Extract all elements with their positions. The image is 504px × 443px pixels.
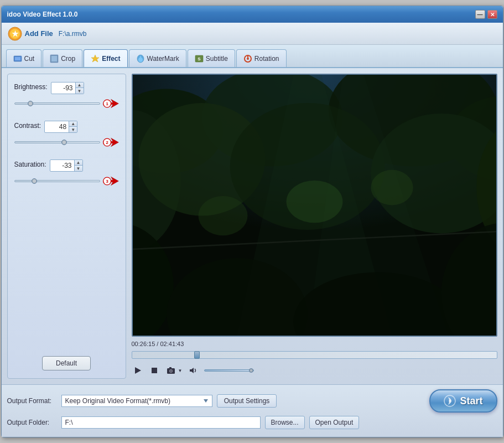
svg-marker-51 [204, 399, 208, 403]
brightness-row: Brightness: -93 ▲ ▼ [14, 82, 119, 94]
brightness-spinbox[interactable]: -93 ▲ ▼ [51, 82, 84, 94]
saturation-arrows: ▲ ▼ [74, 160, 82, 171]
contrast-arrows: ▲ ▼ [69, 121, 77, 132]
output-settings-button[interactable]: Output Settings [217, 394, 277, 408]
play-icon [134, 367, 142, 374]
output-format-box[interactable]: Keep Original Video Format(*.rmvb) [61, 395, 212, 407]
brightness-up[interactable]: ▲ [76, 83, 84, 88]
default-btn-container: Default [14, 351, 119, 370]
saturation-down[interactable]: ▼ [75, 166, 82, 171]
svg-marker-44 [135, 367, 141, 374]
svg-text:3: 3 [106, 179, 109, 184]
volume-icon [189, 367, 198, 374]
brightness-down[interactable]: ▼ [76, 88, 84, 94]
cut-icon [13, 54, 22, 63]
add-file-label: Add File [25, 29, 53, 38]
contrast-spinbox[interactable]: 48 ▲ ▼ [44, 121, 77, 133]
tab-rotation-label: Rotation [254, 55, 279, 63]
default-button[interactable]: Default [42, 356, 91, 370]
seek-bar[interactable] [132, 351, 497, 359]
svg-point-42 [198, 196, 247, 235]
tab-subtitle[interactable]: S Subtitle [188, 49, 235, 67]
tab-subtitle-label: Subtitle [206, 55, 228, 63]
browse-button[interactable]: Browse... [265, 416, 305, 429]
svg-text:1: 1 [106, 101, 109, 106]
right-panel: 00:26:15 / 02:41:43 [132, 74, 497, 379]
volume-slider[interactable] [204, 369, 254, 372]
brightness-value: -93 [51, 83, 75, 93]
camera-icon [167, 367, 175, 374]
tab-watermark[interactable]: WaterMark [129, 49, 186, 67]
brightness-slider-thumb[interactable] [28, 101, 33, 106]
rotation-icon [243, 54, 252, 63]
tab-cut[interactable]: Cut [6, 49, 42, 67]
camera-button[interactable] [165, 364, 177, 377]
add-file-button[interactable]: ★ Add File [7, 26, 53, 42]
brightness-arrow: 1 [102, 97, 118, 110]
toolbar: ★ Add File F:\a.rmvb [2, 23, 503, 45]
camera-dropdown[interactable]: ▼ [165, 364, 183, 377]
bottom-bar: Output Format: Keep Original Video Forma… [2, 384, 503, 437]
brightness-slider-container [14, 99, 101, 109]
svg-rect-6 [51, 56, 57, 61]
effect-icon [91, 54, 100, 63]
seek-thumb[interactable] [194, 351, 200, 359]
contrast-group: Contrast: 48 ▲ ▼ [14, 121, 119, 148]
close-button[interactable]: ✕ [487, 10, 497, 19]
left-panel: Brightness: -93 ▲ ▼ [7, 74, 126, 379]
open-output-button[interactable]: Open Output [309, 416, 360, 429]
minimize-button[interactable]: — [475, 10, 485, 19]
play-button[interactable] [132, 364, 144, 377]
title-bar: idoo Video Effect 1.0.0 — ✕ [2, 6, 503, 23]
output-format-label: Output Format: [7, 397, 57, 405]
start-icon [444, 395, 456, 407]
contrast-arrow: 2 [102, 136, 118, 148]
contrast-slider-group: 2 [14, 136, 119, 148]
saturation-up[interactable]: ▲ [75, 160, 82, 166]
tab-effect-label: Effect [102, 55, 120, 63]
start-button[interactable]: Start [429, 389, 497, 413]
output-folder-input[interactable] [61, 416, 261, 429]
svg-point-41 [371, 170, 413, 205]
main-content: Brightness: -93 ▲ ▼ [2, 68, 503, 384]
brightness-slider-track [14, 102, 101, 105]
contrast-up[interactable]: ▲ [69, 121, 77, 127]
svg-point-48 [170, 370, 172, 372]
output-format-value: Keep Original Video Format(*.rmvb) [65, 397, 171, 405]
volume-button[interactable] [188, 364, 200, 377]
tab-effect[interactable]: Effect [84, 49, 127, 67]
tab-watermark-label: WaterMark [147, 55, 179, 63]
tab-crop[interactable]: Crop [43, 49, 82, 67]
window-title: idoo Video Effect 1.0.0 [7, 11, 78, 18]
saturation-spinbox[interactable]: -33 ▲ ▼ [50, 159, 83, 172]
stop-icon [151, 367, 158, 374]
saturation-row: Saturation: -33 ▲ ▼ [14, 159, 119, 172]
saturation-slider-track [14, 180, 101, 182]
title-bar-buttons: — ✕ [475, 10, 497, 19]
tab-rotation[interactable]: Rotation [236, 49, 287, 67]
svg-marker-50 [190, 368, 194, 373]
contrast-down[interactable]: ▼ [69, 127, 77, 132]
contrast-slider-container [14, 137, 101, 147]
saturation-group: Saturation: -33 ▲ ▼ [14, 159, 119, 187]
svg-rect-49 [169, 367, 172, 369]
saturation-slider-group: 3 [14, 175, 119, 187]
contrast-value: 48 [45, 122, 69, 132]
controls-bar: ▼ [132, 362, 497, 379]
video-container [132, 74, 497, 337]
saturation-slider-thumb[interactable] [32, 178, 37, 184]
camera-dropdown-arrow[interactable]: ▼ [178, 364, 183, 377]
svg-text:S: S [198, 56, 201, 61]
start-label: Start [460, 395, 483, 407]
brightness-slider-group: 1 [14, 97, 119, 110]
dropdown-arrow-icon [203, 398, 209, 404]
contrast-row: Contrast: 48 ▲ ▼ [14, 121, 119, 133]
tab-cut-label: Cut [24, 55, 35, 63]
subtitle-icon: S [195, 54, 204, 63]
contrast-slider-thumb[interactable] [61, 140, 67, 145]
stop-button[interactable] [148, 364, 160, 377]
svg-point-40 [286, 181, 342, 223]
volume-thumb[interactable] [249, 368, 253, 373]
brightness-arrows: ▲ ▼ [75, 83, 84, 94]
tab-crop-label: Crop [61, 55, 75, 63]
